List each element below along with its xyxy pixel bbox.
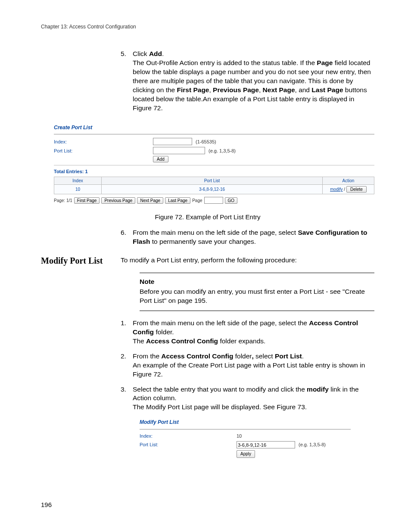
index-hint: (1-65535) — [196, 139, 216, 144]
portlist-hint: (e.g. 1,3,5-8) — [299, 442, 326, 448]
page-input[interactable] — [204, 197, 223, 204]
text: folder. — [154, 328, 174, 336]
note-body: Before you can modify an entry, you must… — [140, 287, 374, 305]
add-button[interactable]: Add — [153, 156, 168, 162]
text: , — [209, 86, 213, 93]
index-value: 10 — [237, 433, 242, 439]
cell-portlist: 3-6,8-9,12-16 — [102, 185, 323, 194]
bold-first-page: First Page — [177, 86, 209, 93]
portlist-input[interactable] — [237, 441, 295, 448]
text: , — [259, 86, 263, 93]
text: Select the table entry that you want to … — [133, 386, 307, 393]
th-index: Index — [54, 177, 102, 185]
text: , and — [295, 86, 312, 93]
index-label: Index: — [54, 139, 153, 144]
go-button[interactable]: GO — [225, 197, 238, 204]
m1-body: From the main menu on the left side of t… — [133, 319, 374, 346]
section-heading: Modify Port List — [41, 256, 121, 460]
note-title: Note — [140, 277, 374, 286]
bold-next-page: Next Page — [263, 86, 295, 93]
portlist-label: Port List: — [54, 148, 153, 153]
m1-number: 1. — [121, 319, 133, 346]
first-page-button[interactable]: First Page — [74, 197, 100, 204]
text: folder expands. — [218, 337, 265, 345]
bold-acc-folder2: Access Control Config — [146, 337, 218, 345]
bold-previous-page: Previous Page — [213, 86, 259, 93]
total-entries-label: Total Entries: — [54, 169, 84, 174]
page-number: 196 — [41, 501, 52, 508]
step6-body: From the main menu on the left side of t… — [133, 228, 374, 246]
port-list-table: Index Port List Action 10 3-6,8-9,12-16 … — [54, 177, 374, 194]
text: An example of the Create Port List page … — [133, 361, 365, 378]
note-box: Note Before you can modify an entry, you… — [140, 273, 374, 311]
bold-last-page: Last Page — [311, 86, 343, 93]
divider — [54, 165, 374, 165]
apply-button[interactable]: Apply — [237, 450, 255, 458]
bold-modify: modify — [307, 386, 329, 393]
chapter-header: Chapter 13: Access Control Configuration — [41, 24, 374, 30]
m2-number: 2. — [121, 352, 133, 379]
modify-link[interactable]: modify — [330, 187, 342, 192]
bold-page: Page — [317, 59, 333, 66]
panel-title: Create Port List — [54, 124, 374, 131]
m2-body: From the Access Control Config folder, s… — [133, 352, 374, 379]
bold-port-list: Port List — [275, 352, 302, 360]
m3-number: 3. — [121, 385, 133, 412]
figure72-caption: Figure 72. Example of Port List Entry — [41, 213, 374, 221]
th-portlist: Port List — [102, 177, 323, 185]
text: Click — [133, 50, 149, 57]
page-indicator: Page: 1/1 — [54, 198, 72, 203]
portlist-input[interactable] — [153, 147, 205, 154]
page-word: Page — [192, 198, 202, 203]
divider — [54, 134, 374, 134]
text: select — [254, 352, 275, 360]
divider — [140, 429, 351, 429]
last-page-button[interactable]: Last Page — [165, 197, 190, 204]
step5-body: Click Add. The Out-Profile Action entry … — [133, 50, 374, 112]
portlist-hint: (e.g. 1,3,5-8) — [209, 148, 236, 153]
text: folder — [233, 352, 252, 360]
modify-port-list-screenshot: Modify Port List Index: 10 Port List: (e… — [140, 419, 351, 458]
index-input[interactable] — [153, 138, 192, 145]
create-port-list-screenshot: Create Port List Index: (1-65535) Port L… — [54, 124, 374, 204]
delete-button[interactable]: Delete — [346, 186, 367, 193]
next-page-button[interactable]: Next Page — [137, 197, 163, 204]
portlist-label: Port List: — [140, 442, 237, 448]
text: . — [162, 50, 164, 57]
section-intro: To modify a Port List entry, perform the… — [121, 256, 374, 265]
bold-add: Add — [149, 50, 162, 57]
index-label: Index: — [140, 433, 237, 439]
total-entries-value: 1 — [85, 169, 88, 174]
cell-action: modify / Delete — [323, 185, 374, 194]
pager: Page: 1/1 First Page Previous Page Next … — [54, 197, 374, 204]
table-row: 10 3-6,8-9,12-16 modify / Delete — [54, 185, 374, 194]
text: From the main menu on the left side of t… — [133, 319, 309, 327]
previous-page-button[interactable]: Previous Page — [101, 197, 135, 204]
th-action: Action — [323, 177, 374, 185]
text: The — [133, 337, 146, 345]
text: From the main menu on the left side of t… — [133, 229, 298, 236]
panel-title: Modify Port List — [140, 419, 351, 426]
m3-body: Select the table entry that you want to … — [133, 385, 374, 412]
step6-number: 6. — [121, 228, 133, 246]
cell-index: 10 — [54, 185, 102, 194]
text: . — [302, 352, 304, 360]
text: to permanently save your changes. — [150, 238, 256, 245]
text: The Out-Profile Action entry is added to… — [133, 59, 317, 66]
total-entries: Total Entries: 1 — [54, 169, 374, 174]
step5-number: 5. — [121, 50, 133, 112]
text: From the — [133, 352, 161, 360]
bold-acc-folder3: Access Control Config — [161, 352, 233, 360]
action-separator: / — [343, 187, 346, 192]
text: The Modify Port List page will be displa… — [133, 403, 307, 411]
